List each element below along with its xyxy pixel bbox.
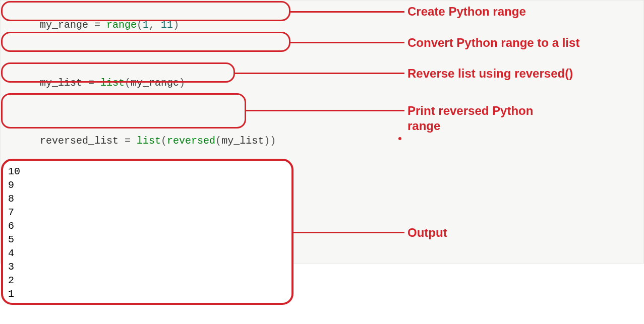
output-line: 3	[8, 260, 286, 274]
output-line: 5	[8, 233, 286, 246]
output-line: 7	[8, 206, 286, 219]
connector-output	[294, 232, 404, 233]
token-num: 1	[143, 19, 149, 31]
token-fn: list	[100, 77, 125, 89]
output-line: 2	[8, 274, 286, 287]
token-paren: ))	[264, 135, 276, 147]
token-op: =	[82, 77, 100, 89]
annotation-1: Create Python range	[407, 4, 526, 19]
token-num: 11	[161, 19, 173, 31]
output-line: 6	[8, 219, 286, 233]
token-paren: )	[179, 77, 185, 89]
output-block: 10 9 8 7 6 5 4 3 2 1	[1, 159, 294, 305]
connector-1	[290, 11, 404, 13]
annotation-2: Convert Python range to a list	[407, 35, 579, 50]
annotation-3: Reverse list using reversed()	[407, 66, 573, 81]
token-paren: (	[137, 19, 143, 31]
output-line: 4	[8, 246, 286, 260]
token-paren: (	[161, 135, 167, 147]
annotation-4: Print reversed Python range	[407, 103, 533, 134]
output-line: 8	[8, 192, 286, 206]
connector-2	[290, 42, 404, 43]
stray-dot	[398, 137, 401, 140]
token-id: my_list	[221, 135, 264, 147]
token-paren: (	[125, 77, 131, 89]
token-id: my_range	[131, 77, 179, 89]
token-paren: (	[215, 135, 221, 147]
token-id: my_list	[40, 77, 82, 89]
code-line-3: reversed_list = list(reversed(my_list))	[4, 120, 640, 161]
output-line: 10	[8, 165, 286, 178]
token-fn: range	[106, 19, 137, 31]
connector-3	[235, 73, 404, 74]
output-line: 1	[8, 287, 286, 301]
connector-4	[246, 110, 404, 111]
token-op: =	[88, 19, 106, 31]
token-op: =	[119, 135, 137, 147]
token-id: my_range	[40, 19, 88, 31]
token-id: reversed_list	[40, 135, 119, 147]
token-paren: )	[173, 19, 179, 31]
output-line: 9	[8, 178, 286, 192]
annotation-output: Output	[407, 225, 447, 240]
token-fn: reversed	[167, 135, 215, 147]
token-fn: list	[137, 135, 161, 147]
token-comma: ,	[149, 19, 161, 31]
